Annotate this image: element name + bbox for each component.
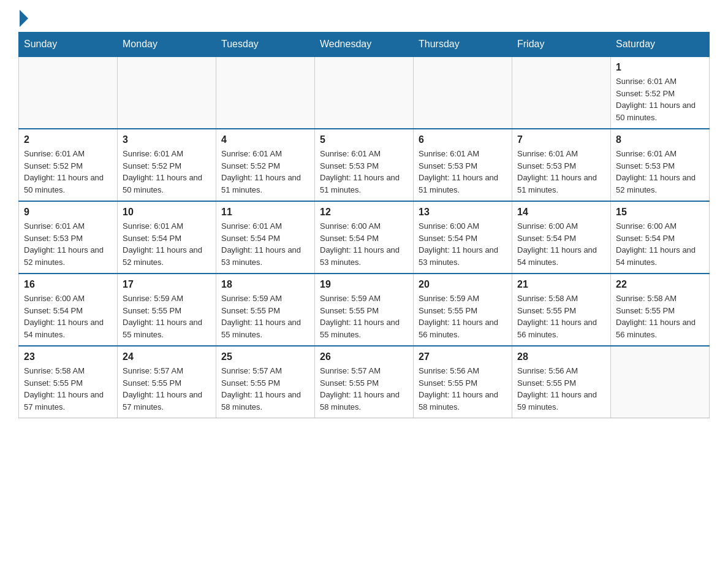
calendar-cell: 6Sunrise: 6:01 AMSunset: 5:53 PMDaylight… [414, 129, 512, 201]
day-info: Sunrise: 6:01 AMSunset: 5:53 PMDaylight:… [517, 148, 605, 196]
day-number: 28 [517, 351, 605, 362]
day-number: 26 [320, 351, 408, 362]
calendar-cell: 21Sunrise: 5:58 AMSunset: 5:55 PMDayligh… [512, 274, 611, 346]
weekday-header-tuesday: Tuesday [216, 33, 315, 57]
day-number: 25 [221, 351, 309, 362]
day-info: Sunrise: 6:01 AMSunset: 5:53 PMDaylight:… [320, 148, 408, 196]
calendar-cell [414, 56, 512, 129]
day-info: Sunrise: 6:00 AMSunset: 5:54 PMDaylight:… [517, 220, 605, 268]
day-info: Sunrise: 5:57 AMSunset: 5:55 PMDaylight:… [123, 365, 211, 413]
day-info: Sunrise: 5:58 AMSunset: 5:55 PMDaylight:… [517, 293, 605, 340]
day-info: Sunrise: 5:59 AMSunset: 5:55 PMDaylight:… [123, 293, 211, 340]
weekday-header-monday: Monday [118, 33, 216, 57]
calendar-cell: 28Sunrise: 5:56 AMSunset: 5:55 PMDayligh… [512, 346, 611, 418]
day-number: 1 [616, 62, 704, 73]
day-info: Sunrise: 6:01 AMSunset: 5:52 PMDaylight:… [616, 75, 704, 123]
calendar-cell: 24Sunrise: 5:57 AMSunset: 5:55 PMDayligh… [118, 346, 216, 418]
day-info: Sunrise: 5:57 AMSunset: 5:55 PMDaylight:… [320, 365, 408, 413]
day-info: Sunrise: 5:58 AMSunset: 5:55 PMDaylight:… [24, 365, 112, 413]
calendar-cell [118, 56, 216, 129]
day-info: Sunrise: 6:00 AMSunset: 5:54 PMDaylight:… [419, 220, 507, 268]
calendar-cell: 20Sunrise: 5:59 AMSunset: 5:55 PMDayligh… [414, 274, 512, 346]
logo [18, 12, 28, 25]
week-row-5: 23Sunrise: 5:58 AMSunset: 5:55 PMDayligh… [19, 346, 710, 418]
day-number: 4 [221, 134, 309, 145]
weekday-header-friday: Friday [512, 33, 611, 57]
calendar-cell: 22Sunrise: 5:58 AMSunset: 5:55 PMDayligh… [611, 274, 710, 346]
weekday-header-thursday: Thursday [414, 33, 512, 57]
day-number: 12 [320, 207, 408, 218]
calendar-cell [216, 56, 315, 129]
day-number: 13 [419, 207, 507, 218]
day-info: Sunrise: 5:58 AMSunset: 5:55 PMDaylight:… [616, 293, 704, 340]
day-info: Sunrise: 6:00 AMSunset: 5:54 PMDaylight:… [616, 220, 704, 268]
calendar-cell: 2Sunrise: 6:01 AMSunset: 5:52 PMDaylight… [19, 129, 118, 201]
calendar-cell: 9Sunrise: 6:01 AMSunset: 5:53 PMDaylight… [19, 201, 118, 274]
weekday-header-saturday: Saturday [611, 33, 710, 57]
calendar-cell: 27Sunrise: 5:56 AMSunset: 5:55 PMDayligh… [414, 346, 512, 418]
calendar-cell: 10Sunrise: 6:01 AMSunset: 5:54 PMDayligh… [118, 201, 216, 274]
day-number: 11 [221, 207, 309, 218]
calendar-cell [315, 56, 414, 129]
calendar-cell: 5Sunrise: 6:01 AMSunset: 5:53 PMDaylight… [315, 129, 414, 201]
day-number: 5 [320, 134, 408, 145]
day-number: 2 [24, 134, 112, 145]
day-info: Sunrise: 6:01 AMSunset: 5:52 PMDaylight:… [221, 148, 309, 196]
day-number: 22 [616, 279, 704, 290]
day-info: Sunrise: 6:01 AMSunset: 5:53 PMDaylight:… [419, 148, 507, 196]
day-info: Sunrise: 6:01 AMSunset: 5:52 PMDaylight:… [24, 148, 112, 196]
calendar-cell: 18Sunrise: 5:59 AMSunset: 5:55 PMDayligh… [216, 274, 315, 346]
day-number: 27 [419, 351, 507, 362]
day-number: 7 [517, 134, 605, 145]
calendar-table: SundayMondayTuesdayWednesdayThursdayFrid… [18, 32, 710, 418]
day-info: Sunrise: 5:56 AMSunset: 5:55 PMDaylight:… [517, 365, 605, 413]
calendar-cell: 16Sunrise: 6:00 AMSunset: 5:54 PMDayligh… [19, 274, 118, 346]
day-number: 24 [123, 351, 211, 362]
day-info: Sunrise: 6:01 AMSunset: 5:54 PMDaylight:… [123, 220, 211, 268]
day-number: 3 [123, 134, 211, 145]
calendar-cell: 13Sunrise: 6:00 AMSunset: 5:54 PMDayligh… [414, 201, 512, 274]
day-info: Sunrise: 6:00 AMSunset: 5:54 PMDaylight:… [24, 293, 112, 340]
week-row-1: 1Sunrise: 6:01 AMSunset: 5:52 PMDaylight… [19, 56, 710, 129]
calendar-cell: 11Sunrise: 6:01 AMSunset: 5:54 PMDayligh… [216, 201, 315, 274]
calendar-cell [19, 56, 118, 129]
day-number: 8 [616, 134, 704, 145]
weekday-header-sunday: Sunday [19, 33, 118, 57]
calendar-cell: 15Sunrise: 6:00 AMSunset: 5:54 PMDayligh… [611, 201, 710, 274]
day-info: Sunrise: 6:00 AMSunset: 5:54 PMDaylight:… [320, 220, 408, 268]
day-info: Sunrise: 5:59 AMSunset: 5:55 PMDaylight:… [419, 293, 507, 340]
calendar-cell: 14Sunrise: 6:00 AMSunset: 5:54 PMDayligh… [512, 201, 611, 274]
day-number: 16 [24, 279, 112, 290]
calendar-cell: 26Sunrise: 5:57 AMSunset: 5:55 PMDayligh… [315, 346, 414, 418]
day-number: 20 [419, 279, 507, 290]
calendar-cell: 23Sunrise: 5:58 AMSunset: 5:55 PMDayligh… [19, 346, 118, 418]
week-row-4: 16Sunrise: 6:00 AMSunset: 5:54 PMDayligh… [19, 274, 710, 346]
day-info: Sunrise: 6:01 AMSunset: 5:52 PMDaylight:… [123, 148, 211, 196]
day-info: Sunrise: 5:59 AMSunset: 5:55 PMDaylight:… [221, 293, 309, 340]
day-info: Sunrise: 6:01 AMSunset: 5:53 PMDaylight:… [24, 220, 112, 268]
day-number: 17 [123, 279, 211, 290]
week-row-3: 9Sunrise: 6:01 AMSunset: 5:53 PMDaylight… [19, 201, 710, 274]
calendar-cell [512, 56, 611, 129]
day-number: 14 [517, 207, 605, 218]
day-info: Sunrise: 6:01 AMSunset: 5:54 PMDaylight:… [221, 220, 309, 268]
calendar-cell: 4Sunrise: 6:01 AMSunset: 5:52 PMDaylight… [216, 129, 315, 201]
day-number: 10 [123, 207, 211, 218]
day-number: 9 [24, 207, 112, 218]
logo-arrow-icon [20, 10, 28, 27]
weekday-header-row: SundayMondayTuesdayWednesdayThursdayFrid… [19, 33, 710, 57]
calendar-cell: 1Sunrise: 6:01 AMSunset: 5:52 PMDaylight… [611, 56, 710, 129]
calendar-cell: 25Sunrise: 5:57 AMSunset: 5:55 PMDayligh… [216, 346, 315, 418]
day-info: Sunrise: 5:56 AMSunset: 5:55 PMDaylight:… [419, 365, 507, 413]
calendar-cell: 12Sunrise: 6:00 AMSunset: 5:54 PMDayligh… [315, 201, 414, 274]
day-number: 21 [517, 279, 605, 290]
week-row-2: 2Sunrise: 6:01 AMSunset: 5:52 PMDaylight… [19, 129, 710, 201]
day-number: 19 [320, 279, 408, 290]
day-number: 18 [221, 279, 309, 290]
calendar-cell: 17Sunrise: 5:59 AMSunset: 5:55 PMDayligh… [118, 274, 216, 346]
calendar-cell: 8Sunrise: 6:01 AMSunset: 5:53 PMDaylight… [611, 129, 710, 201]
day-info: Sunrise: 6:01 AMSunset: 5:53 PMDaylight:… [616, 148, 704, 196]
day-number: 15 [616, 207, 704, 218]
calendar-cell: 3Sunrise: 6:01 AMSunset: 5:52 PMDaylight… [118, 129, 216, 201]
calendar-cell: 19Sunrise: 5:59 AMSunset: 5:55 PMDayligh… [315, 274, 414, 346]
